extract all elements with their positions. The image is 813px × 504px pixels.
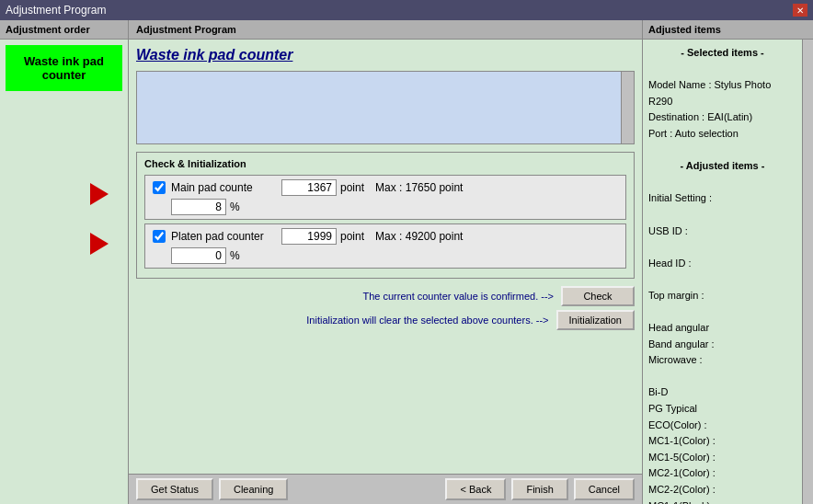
right-panel: Adjusted items - Selected items - Model … — [643, 20, 813, 504]
platen-pad-value[interactable] — [281, 228, 337, 245]
pg-typical: PG Typical — [648, 403, 697, 414]
center-panel: Adjustment Program Waste ink pad counter… — [129, 20, 643, 504]
platen-pad-label: Platen pad counter — [171, 230, 281, 243]
destination: Destination : EAI(Latin) — [648, 111, 752, 122]
main-pad-max: Max : 17650 point — [375, 181, 463, 194]
eco-color: ECO(Color) : — [648, 419, 707, 430]
main-pad-percent-value[interactable] — [171, 199, 226, 215]
platen-pad-line2: % — [153, 247, 618, 264]
section-legend: Check & Initialization — [144, 158, 626, 169]
center-content: Waste ink pad counter Check & Initializa… — [129, 40, 642, 474]
info-scrollbar[interactable] — [621, 72, 634, 143]
mc2-1-color: MC2-1(Color) : — [648, 467, 716, 478]
left-panel: Adjustment order Waste ink pad counter — [0, 20, 129, 504]
check-button[interactable]: Check — [561, 286, 635, 306]
main-pad-checkbox[interactable] — [153, 181, 166, 194]
main-pad-line1: Main pad counte point Max : 17650 point — [153, 179, 618, 196]
platen-pad-percent-value[interactable] — [171, 247, 226, 264]
arrows-container — [90, 152, 109, 286]
main-pad-line2: % — [153, 199, 618, 215]
platen-pad-counter-row: Platen pad counter point Max : 49200 poi… — [144, 223, 626, 269]
head-id: Head ID : — [648, 258, 691, 269]
get-status-button[interactable]: Get Status — [136, 478, 213, 500]
usb-id: USB ID : — [648, 225, 688, 236]
main-pad-counter-row: Main pad counte point Max : 17650 point … — [144, 175, 626, 220]
cleaning-button[interactable]: Cleaning — [219, 478, 288, 500]
arrow-up-icon — [90, 183, 109, 205]
title-bar-text: Adjustment Program — [6, 4, 106, 17]
main-layout: Adjustment order Waste ink pad counter A… — [0, 20, 813, 504]
mc2-2-color: MC2-2(Color) : — [648, 484, 716, 495]
mc1-1-color: MC1-1(Color) : — [648, 435, 716, 446]
waste-ink-pad-counter-item[interactable]: Waste ink pad counter — [6, 45, 122, 91]
check-init-wrapper: Check & Initialization Main pad counte p… — [136, 152, 635, 286]
platen-pad-unit: point — [340, 230, 364, 243]
back-button[interactable]: < Back — [445, 478, 506, 500]
main-pad-percent-unit: % — [230, 200, 240, 213]
adjusted-items-title: - Adjusted items - — [648, 158, 796, 175]
platen-pad-line1: Platen pad counter point Max : 49200 poi… — [153, 228, 618, 245]
model-name: Model Name : Stylus Photo R290 — [648, 79, 771, 107]
microwave: Microwave : — [648, 354, 703, 365]
left-panel-header: Adjustment order — [0, 20, 128, 40]
close-button[interactable]: ✕ — [793, 4, 807, 17]
main-pad-label: Main pad counte — [171, 181, 281, 194]
bottom-toolbar: Get Status Cleaning < Back Finish Cancel — [129, 474, 642, 504]
confirm-message: The current counter value is confirmed. … — [362, 291, 554, 302]
right-content-wrapper: - Selected items - Model Name : Stylus P… — [643, 40, 813, 504]
platen-pad-max: Max : 49200 point — [375, 230, 463, 243]
finish-button[interactable]: Finish — [511, 478, 567, 500]
page-title: Waste ink pad counter — [136, 47, 635, 63]
mc1-5-color: MC1-5(Color) : — [648, 452, 716, 463]
confirm-row: The current counter value is confirmed. … — [136, 286, 635, 306]
bi-d: Bi-D — [648, 386, 668, 397]
main-pad-value[interactable] — [281, 179, 337, 196]
head-angular: Head angular — [648, 322, 709, 333]
right-panel-header: Adjusted items — [643, 20, 813, 40]
check-init-section: Check & Initialization Main pad counte p… — [136, 152, 635, 279]
mc1-1-black: MC1-1(Black) : — [648, 500, 716, 504]
init-row: Initialization will clear the selected a… — [136, 310, 635, 330]
main-pad-unit: point — [340, 181, 364, 194]
platen-pad-checkbox[interactable] — [153, 230, 166, 243]
top-margin: Top margin : — [648, 290, 704, 301]
band-angular: Band angular : — [648, 338, 715, 349]
info-area — [136, 71, 635, 144]
arrow-down-icon — [90, 233, 109, 255]
port: Port : Auto selection — [648, 128, 739, 139]
center-panel-header: Adjustment Program — [129, 20, 642, 40]
selected-items-title: - Selected items - — [648, 45, 796, 62]
initial-setting: Initial Setting : — [648, 192, 712, 203]
right-panel-content: - Selected items - Model Name : Stylus P… — [643, 40, 802, 504]
title-bar: Adjustment Program ✕ — [0, 0, 813, 20]
initialization-button[interactable]: Initialization — [556, 310, 635, 330]
platen-pad-percent-unit: % — [230, 249, 240, 262]
cancel-button[interactable]: Cancel — [574, 478, 635, 500]
right-panel-scrollbar[interactable] — [802, 40, 813, 504]
init-message: Initialization will clear the selected a… — [306, 315, 548, 326]
